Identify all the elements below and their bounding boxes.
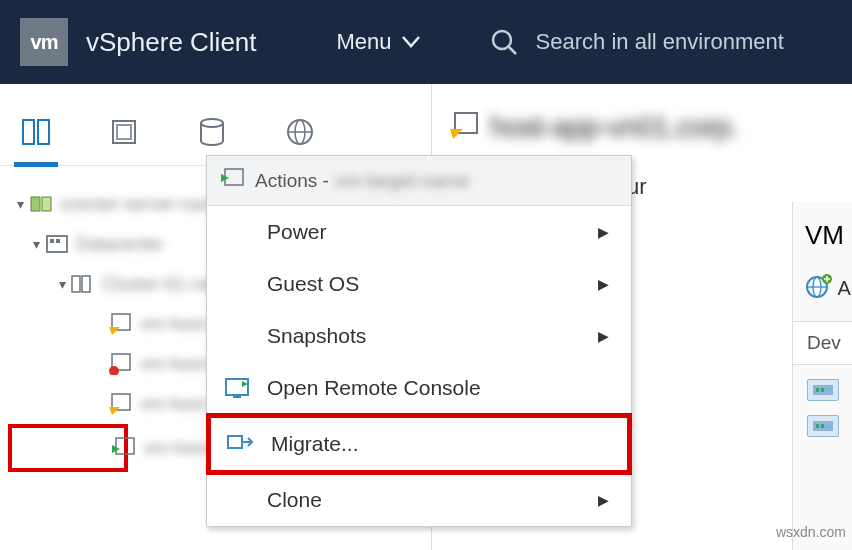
app-title: vSphere Client — [86, 27, 257, 58]
globe-plus-icon — [805, 273, 833, 299]
cluster-icon — [70, 274, 96, 294]
datacenter-icon — [44, 235, 70, 253]
svg-rect-11 — [42, 197, 51, 211]
svg-rect-10 — [31, 197, 40, 211]
svg-rect-13 — [50, 239, 54, 243]
vm-running-icon — [112, 437, 138, 459]
svg-rect-35 — [821, 388, 824, 392]
caret-down-icon: ▾ — [28, 236, 44, 252]
svg-rect-3 — [38, 120, 49, 144]
svg-rect-12 — [47, 236, 67, 252]
svg-rect-39 — [225, 169, 243, 185]
actions-context-menu: Actions - vm-target-name Power ▶ Guest O… — [206, 155, 632, 527]
svg-marker-18 — [109, 327, 120, 335]
svg-rect-5 — [117, 125, 131, 139]
svg-line-1 — [509, 47, 516, 54]
svg-point-6 — [201, 119, 223, 127]
vm-warning-icon — [108, 313, 134, 335]
vms-icon — [110, 118, 138, 146]
tab-networking[interactable] — [284, 114, 316, 150]
vcenter-icon — [28, 194, 54, 214]
add-label: A — [837, 277, 850, 299]
menu-item-snapshots[interactable]: Snapshots ▶ — [207, 310, 631, 362]
adapter-badge[interactable] — [807, 415, 839, 437]
menu-item-clone[interactable]: Clone ▶ — [207, 474, 631, 526]
side-title: VM — [793, 220, 852, 251]
search-icon — [490, 28, 518, 56]
svg-rect-37 — [816, 424, 819, 428]
menu-label: Snapshots — [267, 324, 366, 348]
caret-down-icon: ▾ — [12, 196, 28, 212]
submenu-arrow-icon: ▶ — [598, 328, 609, 344]
actions-target: vm-target-name — [335, 170, 469, 192]
menu-item-guest-os[interactable]: Guest OS ▶ — [207, 258, 631, 310]
svg-marker-22 — [109, 407, 120, 415]
svg-rect-34 — [816, 388, 819, 392]
chevron-down-icon — [402, 36, 420, 48]
menu-label: Migrate... — [271, 432, 359, 456]
svg-rect-16 — [82, 276, 90, 292]
inventory-tabs — [0, 84, 431, 166]
menu-label: Power — [267, 220, 327, 244]
tree-label: vcenter-server-name — [60, 194, 226, 215]
console-icon — [223, 377, 251, 399]
vm-warning-icon — [450, 111, 480, 143]
menu-item-migrate[interactable]: Migrate... — [206, 413, 632, 475]
svg-rect-2 — [23, 120, 34, 144]
svg-rect-15 — [72, 276, 80, 292]
submenu-arrow-icon: ▶ — [598, 492, 609, 508]
side-panel: VM A Dev — [792, 202, 852, 550]
svg-rect-42 — [233, 396, 241, 398]
actions-label: Actions - — [255, 170, 329, 192]
tab-hosts-clusters[interactable] — [20, 114, 52, 150]
menu-item-open-remote-console[interactable]: Open Remote Console — [207, 362, 631, 414]
menu-dropdown[interactable]: Menu — [337, 29, 420, 55]
top-bar: vm vSphere Client Menu Search in all env… — [0, 0, 852, 84]
submenu-arrow-icon: ▶ — [598, 276, 609, 292]
tree-label: Datacenter — [76, 234, 164, 255]
network-icon — [285, 117, 315, 147]
svg-rect-14 — [56, 239, 60, 243]
menu-label: Open Remote Console — [267, 376, 481, 400]
svg-point-20 — [109, 366, 119, 375]
add-network-button[interactable]: A — [805, 273, 852, 303]
svg-rect-44 — [228, 436, 242, 448]
caret-down-icon: ▾ — [54, 276, 70, 292]
vmware-logo: vm — [20, 18, 68, 66]
object-title: host-app-vn01.corp. — [490, 110, 738, 144]
vm-running-icon — [221, 168, 245, 193]
vm-error-icon — [108, 353, 134, 375]
context-menu-header: Actions - vm-target-name — [207, 156, 631, 206]
svg-rect-38 — [821, 424, 824, 428]
storage-icon — [198, 117, 226, 147]
hosts-icon — [21, 117, 51, 147]
menu-label: Clone — [267, 488, 322, 512]
svg-point-0 — [493, 31, 511, 49]
tree-vm-selected[interactable]: vm-host-d — [8, 424, 128, 472]
migrate-icon — [227, 433, 255, 455]
svg-rect-23 — [116, 438, 134, 454]
tab-storage[interactable] — [196, 114, 228, 150]
vm-warning-icon — [108, 393, 134, 415]
tab-vms-templates[interactable] — [108, 114, 140, 150]
svg-rect-41 — [226, 379, 248, 395]
submenu-arrow-icon: ▶ — [598, 224, 609, 240]
side-tab-device[interactable]: Dev — [793, 321, 852, 365]
search-placeholder: Search in all environment — [536, 29, 784, 55]
menu-item-power[interactable]: Power ▶ — [207, 206, 631, 258]
search-box[interactable]: Search in all environment — [490, 28, 784, 56]
watermark: wsxdn.com — [776, 524, 846, 540]
menu-label: Guest OS — [267, 272, 359, 296]
adapter-badge[interactable] — [807, 379, 839, 401]
menu-label: Menu — [337, 29, 392, 55]
